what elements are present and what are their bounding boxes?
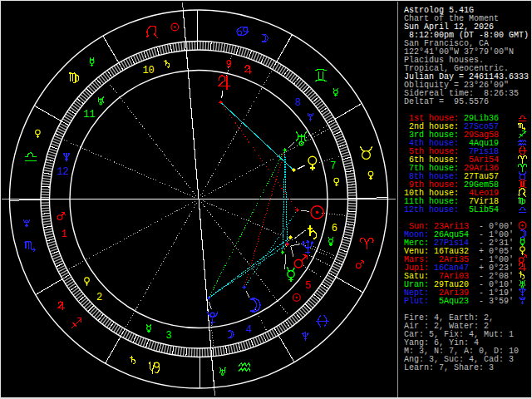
svg-text:Plut:: Plut:	[404, 297, 429, 306]
svg-text:9: 9	[225, 59, 231, 71]
svg-text:12th house:: 12th house:	[404, 205, 459, 214]
svg-text:8: 8	[295, 97, 301, 109]
svg-text:DeltaT = 95.5576: DeltaT = 95.5576	[404, 97, 489, 106]
svg-text:4: 4	[246, 324, 252, 336]
svg-text:3: 3	[165, 330, 171, 342]
svg-text:2: 2	[96, 292, 102, 303]
svg-text:6: 6	[332, 223, 337, 234]
svg-text:- 3°59': - 3°59'	[479, 297, 514, 306]
svg-text:5Lib54: 5Lib54	[464, 205, 499, 214]
svg-text:11: 11	[83, 109, 95, 121]
svg-text:12: 12	[57, 166, 68, 178]
svg-text:5: 5	[305, 280, 311, 292]
svg-text:5Aqu23: 5Aqu23	[434, 297, 469, 306]
svg-text:7: 7	[330, 160, 336, 172]
svg-text:10: 10	[142, 65, 154, 76]
svg-text:Learn: 7, Share: 3: Learn: 7, Share: 3	[404, 363, 494, 372]
svg-text:1: 1	[61, 229, 66, 240]
